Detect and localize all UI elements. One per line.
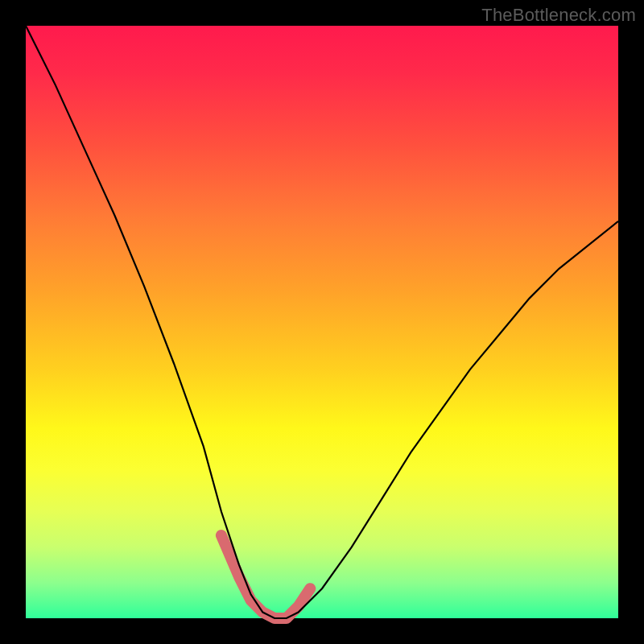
plot-area: [26, 26, 618, 618]
chart-stage: TheBottleneck.com: [0, 0, 644, 644]
bottleneck-curve: [26, 26, 618, 618]
valley-highlight: [221, 535, 310, 618]
curve-svg: [26, 26, 618, 618]
watermark-text: TheBottleneck.com: [481, 5, 636, 26]
